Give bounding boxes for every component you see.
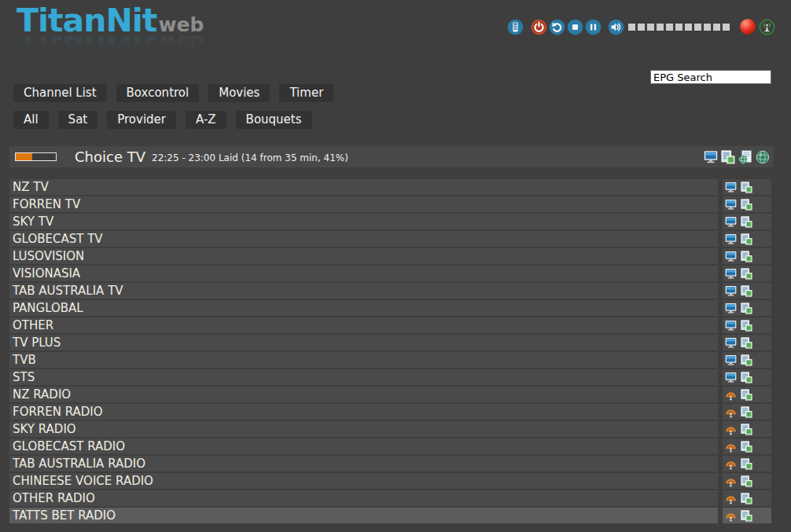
volume-segment[interactable] xyxy=(694,24,701,31)
radio-icon[interactable] xyxy=(725,493,737,504)
epg-icon[interactable] xyxy=(741,389,752,401)
nav-channel-list[interactable]: Channel List xyxy=(13,84,107,102)
nav-timer[interactable]: Timer xyxy=(279,84,333,102)
channel-name[interactable]: NZ TV xyxy=(9,179,718,195)
volume-segment[interactable] xyxy=(675,24,682,31)
epg-icon[interactable] xyxy=(741,354,752,366)
epg-icon[interactable] xyxy=(721,150,735,164)
volume-segment[interactable] xyxy=(628,24,635,31)
pause-icon[interactable] xyxy=(585,19,602,35)
remote-icon[interactable] xyxy=(507,19,524,35)
channel-name[interactable]: GLOBECAST TV xyxy=(9,231,718,247)
channel-name[interactable]: OTHER xyxy=(9,317,718,333)
tv-icon[interactable] xyxy=(725,199,737,211)
epg-slot[interactable] xyxy=(741,251,752,262)
epg-slot[interactable] xyxy=(741,268,752,280)
epg-slot[interactable] xyxy=(741,354,752,366)
channel-name[interactable]: FORREN TV xyxy=(9,196,718,212)
channel-name[interactable]: TAB AUSTRALIA RADIO xyxy=(9,456,718,471)
radio-icon[interactable] xyxy=(725,441,737,453)
volume-segment[interactable] xyxy=(713,24,720,31)
epg-search-input[interactable] xyxy=(650,70,771,84)
tv-icon[interactable] xyxy=(725,303,737,314)
epg-icon[interactable] xyxy=(741,285,752,297)
epg-icon[interactable] xyxy=(741,406,752,418)
channel-name[interactable]: SKY RADIO xyxy=(9,421,718,437)
epg-slot[interactable] xyxy=(741,372,752,383)
channel-name[interactable]: OTHER RADIO xyxy=(9,490,718,506)
tv-icon[interactable] xyxy=(704,150,718,164)
epg-icon[interactable] xyxy=(741,441,752,453)
tv-icon[interactable] xyxy=(725,182,737,193)
power-icon[interactable] xyxy=(531,19,547,35)
volume-segment[interactable] xyxy=(647,24,654,31)
epg-slot[interactable] xyxy=(741,216,752,228)
tv-icon[interactable] xyxy=(725,354,737,366)
filter-all[interactable]: All xyxy=(13,111,49,129)
speaker-icon[interactable] xyxy=(608,19,624,35)
stream-icon[interactable] xyxy=(738,150,752,164)
type-icon-slot[interactable] xyxy=(725,337,737,349)
web-icon[interactable] xyxy=(756,150,770,164)
type-icon-slot[interactable] xyxy=(725,458,737,470)
radio-icon[interactable] xyxy=(725,458,737,470)
epg-slot[interactable] xyxy=(741,424,752,435)
tv-icon[interactable] xyxy=(725,233,737,245)
channel-name[interactable]: TVB xyxy=(9,352,718,368)
epg-icon[interactable] xyxy=(741,199,752,211)
epg-icon[interactable] xyxy=(741,372,752,383)
epg-slot[interactable] xyxy=(741,475,752,487)
epg-slot[interactable] xyxy=(741,406,752,418)
nav-movies[interactable]: Movies xyxy=(208,84,270,102)
type-icon-slot[interactable] xyxy=(725,320,737,332)
epg-icon[interactable] xyxy=(741,182,752,193)
type-icon-slot[interactable] xyxy=(725,510,737,522)
epg-slot[interactable] xyxy=(741,199,752,211)
filter-a-z[interactable]: A-Z xyxy=(186,111,226,129)
type-icon-slot[interactable] xyxy=(725,441,737,453)
type-icon-slot[interactable] xyxy=(725,268,737,280)
type-icon-slot[interactable] xyxy=(725,233,737,245)
filter-sat[interactable]: Sat xyxy=(58,111,98,129)
channel-name[interactable]: LUSOVISION xyxy=(9,248,718,264)
radio-icon[interactable] xyxy=(725,406,737,418)
channel-name[interactable]: PANGLOBAL xyxy=(9,300,718,316)
epg-slot[interactable] xyxy=(741,320,752,332)
type-icon-slot[interactable] xyxy=(725,493,737,504)
epg-icon[interactable] xyxy=(741,510,752,522)
type-icon-slot[interactable] xyxy=(725,285,737,297)
tv-icon[interactable] xyxy=(725,216,737,228)
tv-icon[interactable] xyxy=(725,268,737,280)
radio-icon[interactable] xyxy=(725,424,737,435)
epg-icon[interactable] xyxy=(741,320,752,332)
filter-provider[interactable]: Provider xyxy=(107,111,176,129)
epg-icon[interactable] xyxy=(741,424,752,435)
epg-slot[interactable] xyxy=(741,337,752,349)
epg-icon[interactable] xyxy=(741,337,752,349)
nav-boxcontrol[interactable]: Boxcontrol xyxy=(116,84,200,102)
tv-icon[interactable] xyxy=(725,337,737,349)
channel-name[interactable]: GLOBECAST RADIO xyxy=(9,438,718,454)
channel-name[interactable]: TV PLUS xyxy=(9,335,718,350)
epg-slot[interactable] xyxy=(741,510,752,522)
type-icon-slot[interactable] xyxy=(725,199,737,211)
channel-name[interactable]: TATTS BET RADIO xyxy=(9,508,718,523)
epg-slot[interactable] xyxy=(741,441,752,453)
filter-bouquets[interactable]: Bouquets xyxy=(236,111,312,129)
volume-segment[interactable] xyxy=(685,24,692,31)
stop-icon[interactable] xyxy=(567,19,583,35)
epg-icon[interactable] xyxy=(741,458,752,470)
radio-icon[interactable] xyxy=(725,510,737,522)
channel-name[interactable]: TAB AUSTRALIA TV xyxy=(9,283,718,299)
type-icon-slot[interactable] xyxy=(725,424,737,435)
volume-segment[interactable] xyxy=(638,24,645,31)
volume-segment[interactable] xyxy=(666,24,673,31)
channel-name[interactable]: NZ RADIO xyxy=(9,387,718,402)
epg-icon[interactable] xyxy=(741,268,752,280)
channel-name[interactable]: FORREN RADIO xyxy=(9,404,718,420)
volume-segment[interactable] xyxy=(723,24,730,31)
type-icon-slot[interactable] xyxy=(725,216,737,228)
radio-icon[interactable] xyxy=(725,389,737,401)
type-icon-slot[interactable] xyxy=(725,389,737,401)
tv-icon[interactable] xyxy=(725,320,737,332)
